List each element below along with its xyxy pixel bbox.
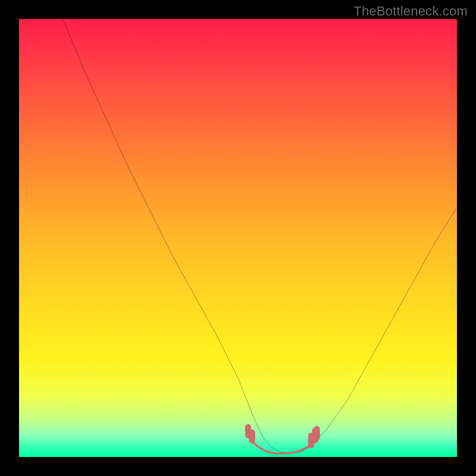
- curve-layer: [19, 19, 457, 457]
- chart-stage: TheBottleneck.com: [0, 0, 476, 476]
- trough-ticks: [248, 427, 317, 445]
- curve-path: [63, 19, 457, 453]
- watermark-label: TheBottleneck.com: [353, 4, 468, 19]
- plot-area: [19, 19, 457, 457]
- trough-highlight: [247, 435, 317, 453]
